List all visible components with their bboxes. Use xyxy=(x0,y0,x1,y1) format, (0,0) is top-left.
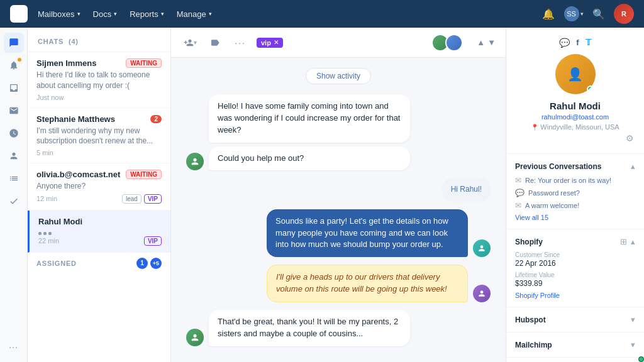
hubspot-title: Hubspot xyxy=(515,315,546,324)
assigned-count: 1 xyxy=(136,258,148,269)
chat-items: Sijmen Immens WAITING Hi there I'd like … xyxy=(28,52,170,362)
customer-avatar xyxy=(186,153,204,170)
chat-item[interactable]: Stephanie Matthews 2 I'm still wondering… xyxy=(28,108,170,164)
chat-item-name: olivia.b@comcast.net xyxy=(36,170,120,179)
show-activity-button[interactable]: Show activity xyxy=(306,68,371,84)
customer-since-field: Customer Since 22 Apr 2016 xyxy=(515,251,635,268)
user-avatar[interactable]: R xyxy=(614,4,634,24)
clock-icon[interactable] xyxy=(4,123,24,143)
message-bubble: That'd be great, thank you! It will be m… xyxy=(209,310,410,346)
collapse-icon[interactable] xyxy=(631,162,635,171)
vip-badge: VIP xyxy=(144,236,162,246)
chat-item-active[interactable]: Rahul Modi 22 min VIP xyxy=(28,211,170,253)
agent-avatars xyxy=(431,34,463,52)
vip-tag[interactable]: vip ✕ xyxy=(257,38,283,48)
online-indicator xyxy=(587,85,594,93)
contact-location: 📍 Windyville, Missouri, USA xyxy=(516,123,634,131)
message-bubble: Hello! I have some family coming into to… xyxy=(209,94,410,143)
chat-tags: VIP xyxy=(144,236,162,246)
social-icons: 💬 f 𝕋 xyxy=(516,38,634,48)
mailchimp-section[interactable]: Mailchimp xyxy=(506,332,644,358)
vip-badge: VIP xyxy=(144,194,162,204)
chevron-up-icon[interactable]: ▲ xyxy=(477,38,485,47)
chat-main: ▾ ··· vip ✕ ▲ ▼ Show activity xyxy=(171,28,506,362)
add-user-icon[interactable]: ▾ xyxy=(181,34,199,52)
message-row: Sounds like a party! Let's get the detai… xyxy=(186,209,491,258)
chat-toolbar: ▾ ··· vip ✕ ▲ ▼ xyxy=(171,28,506,58)
contact-email[interactable]: rahulmodi@toast.com xyxy=(516,113,634,121)
lead-badge: lead xyxy=(122,194,142,204)
contact-profile: 💬 f 𝕋 👤 Rahul Modi rahulmodi@toast.com 📍… xyxy=(506,28,644,154)
chat-preview: Anyone there? xyxy=(36,181,162,192)
chat-item-name: Stephanie Matthews xyxy=(36,114,115,124)
previous-conversations: Previous Conversations ✉ Re: Your order … xyxy=(506,154,644,229)
check-icon[interactable] xyxy=(4,191,24,211)
shopify-profile-link[interactable]: Shopify Profile xyxy=(515,292,635,299)
facebook-icon[interactable]: f xyxy=(576,38,579,48)
nav-manage[interactable]: Manage ▾ xyxy=(177,9,212,19)
mail-icon[interactable] xyxy=(4,101,24,121)
sidebar-icons: ··· xyxy=(0,28,28,362)
inbox-icon[interactable] xyxy=(4,78,24,98)
chat-list-header: CHATS (4) xyxy=(28,28,170,52)
envelope-icon: ✉ xyxy=(515,176,521,185)
more-icon[interactable]: ··· xyxy=(231,34,249,52)
mailchimp-title: Mailchimp xyxy=(515,341,552,349)
collapse-shopify-icon[interactable] xyxy=(631,237,635,246)
list-icon[interactable] xyxy=(4,168,24,189)
unread-badge: 2 xyxy=(150,115,162,123)
chats-title: CHATS (4) xyxy=(38,38,79,45)
label-icon[interactable] xyxy=(206,34,224,52)
hubspot-section[interactable]: Hubspot xyxy=(506,307,644,332)
contact-avatar: 👤 xyxy=(555,54,596,94)
chat-time: 5 min xyxy=(36,149,53,156)
greeting-bubble: Hi Rahul! xyxy=(442,178,491,201)
chat-item[interactable]: olivia.b@comcast.net WAITING Anyone ther… xyxy=(28,163,170,211)
user-status-icon[interactable]: SS ▾ xyxy=(564,4,584,24)
message-row: Hi Rahul! xyxy=(186,178,491,201)
chat-preview: Hi there I'd like to talk to someone abo… xyxy=(36,70,162,91)
chat-preview: I'm still wondering why my new subscript… xyxy=(36,126,162,147)
grid-icon[interactable]: ⊞ xyxy=(620,237,627,246)
message-row: That'd be great, thank you! It will be m… xyxy=(186,310,491,346)
prev-conv-item[interactable]: ✉ Re: Your order is on its way! xyxy=(515,176,635,185)
message-row: I'll give a heads up to our drivers that… xyxy=(186,265,491,302)
chat-time: 12 min xyxy=(36,195,57,202)
mailchimp-chevron xyxy=(631,340,635,349)
status-badge: WAITING xyxy=(126,170,162,179)
chat-tags: lead VIP xyxy=(122,194,162,204)
chat-item[interactable]: Sijmen Immens WAITING Hi there I'd like … xyxy=(28,52,170,108)
status-badge: WAITING xyxy=(126,58,162,68)
more-options-icon[interactable]: ··· xyxy=(4,337,24,357)
notification-icon[interactable]: 🔔 xyxy=(538,4,558,24)
nav-docs[interactable]: Docs ▾ xyxy=(93,9,118,19)
prev-conv-item[interactable]: 💬 Password reset? xyxy=(515,189,635,197)
prev-conv-item[interactable]: ✉ A warm welcome! xyxy=(515,201,635,210)
chat-time: Just now xyxy=(36,94,64,101)
main-layout: ··· CHATS (4) Sijmen Immens WAITING Hi t… xyxy=(0,28,644,362)
settings-icon[interactable]: ⚙ xyxy=(626,133,634,143)
search-icon[interactable]: 🔍 xyxy=(589,4,609,24)
person-icon[interactable] xyxy=(4,146,24,166)
nav-chevrons: ▲ ▼ xyxy=(477,38,496,47)
chat-list: CHATS (4) Sijmen Immens WAITING Hi there… xyxy=(28,28,171,362)
chevron-down-icon[interactable]: ▼ xyxy=(487,38,496,47)
assigned-label: ASSIGNED xyxy=(36,260,77,267)
highlight-bubble: I'll give a heads up to our drivers that… xyxy=(267,265,468,302)
chat-icon[interactable] xyxy=(4,33,24,53)
twitter-icon[interactable]: 𝕋 xyxy=(586,38,591,48)
right-panel: 💬 f 𝕋 👤 Rahul Modi rahulmodi@toast.com 📍… xyxy=(506,28,644,362)
chat-bubble-icon: 💬 xyxy=(515,189,525,197)
bell-icon[interactable] xyxy=(4,55,24,75)
vip-remove-icon[interactable]: ✕ xyxy=(274,39,279,46)
shopify-title: Shopify xyxy=(515,238,543,246)
message-bubble: Sounds like a party! Let's get the detai… xyxy=(267,209,468,258)
chat-item-name: Sijmen Immens xyxy=(36,58,96,68)
logo[interactable] xyxy=(10,5,28,23)
lifetime-value-field: Lifetime Value $339.89 xyxy=(515,272,635,288)
view-all-link[interactable]: View all 15 xyxy=(515,214,635,221)
nav-mailboxes[interactable]: Mailboxes ▾ xyxy=(38,9,80,19)
chat-social-icon[interactable]: 💬 xyxy=(559,38,570,48)
agent-avatar xyxy=(473,239,491,257)
nav-reports[interactable]: Reports ▾ xyxy=(130,9,164,19)
